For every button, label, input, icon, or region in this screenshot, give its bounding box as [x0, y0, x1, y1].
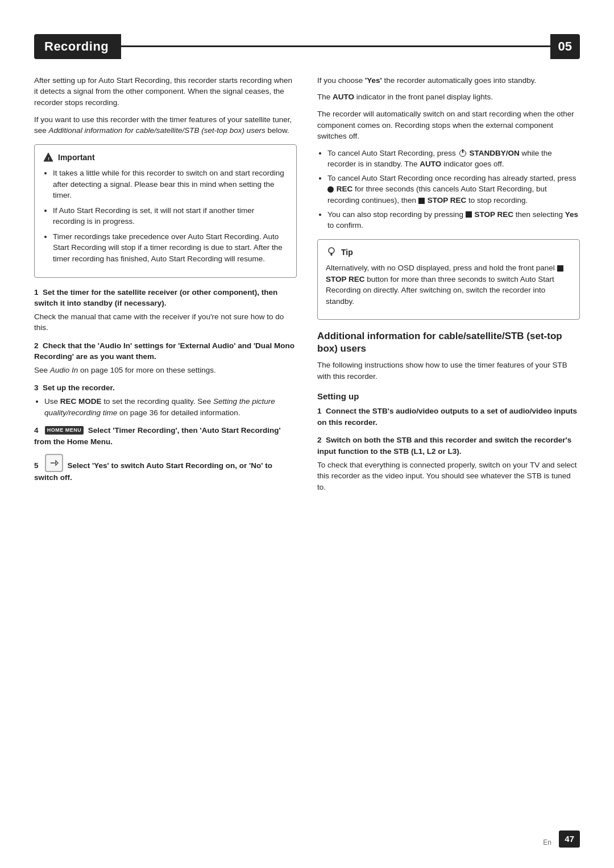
important-item-2: If Auto Start Recording is set, it will …	[53, 205, 288, 227]
step-4: 4 HOME MENU Select 'Timer Recording', th…	[34, 425, 297, 447]
stop-sym-tip	[557, 265, 563, 272]
step-2-body: See Audio In on page 105 for more on the…	[34, 365, 297, 376]
right-bullets: To cancel Auto Start Recording, press ST…	[317, 148, 580, 231]
section-heading: Additional information for cable/satelli…	[317, 330, 580, 355]
chapter-title: Recording	[34, 34, 121, 59]
intro-italic: Additional information for cable/satelli…	[49, 126, 265, 135]
page-header: Recording 05	[34, 34, 580, 59]
stop-sym-2	[418, 198, 425, 204]
tip-body: Alternatively, with no OSD displayed, pr…	[326, 262, 571, 307]
right-p2: The AUTO indicator in the front panel di…	[317, 91, 580, 103]
page-lang: En	[543, 838, 551, 848]
right-column: If you choose 'Yes' the recorder automat…	[317, 75, 580, 499]
right-bullet-2: To cancel Auto Start Recording once reco…	[327, 173, 580, 206]
setting-step-1: 1 Connect the STB's audio/video outputs …	[317, 406, 580, 428]
step-2: 2 Check that the 'Audio In' settings for…	[34, 340, 297, 376]
rec-sym	[327, 186, 334, 193]
step-1: 1 Set the timer for the satellite receiv…	[34, 287, 297, 333]
step-3-title: 3 Set up the recorder.	[34, 382, 297, 394]
content-area: After setting up for Auto Start Recordin…	[34, 75, 580, 499]
intro-p1: After setting up for Auto Start Recordin…	[34, 75, 297, 108]
svg-rect-3	[331, 253, 333, 256]
chapter-title-line	[121, 45, 550, 47]
step-3-bullet-1: Use REC MODE to set the recording qualit…	[44, 396, 297, 418]
setting-step-1-title: 1 Connect the STB's audio/video outputs …	[317, 406, 580, 428]
important-item-1: It takes a little while for this recorde…	[53, 168, 288, 201]
step-5-title: 5 Select 'Yes' to switch Auto Start Reco…	[34, 454, 297, 483]
warning-icon: !	[43, 152, 54, 163]
step-1-body: Check the manual that came with the rece…	[34, 311, 297, 333]
svg-text:!: !	[48, 156, 49, 161]
step-2-title: 2 Check that the 'Audio In' settings for…	[34, 340, 297, 362]
standby-sym	[459, 150, 466, 157]
tip-box: Tip Alternatively, with no OSD displayed…	[317, 239, 580, 320]
setting-step-2-body: To check that everything is connected pr…	[317, 460, 580, 493]
section-intro: The following instructions show how to u…	[317, 360, 580, 382]
step-5: 5 Select 'Yes' to switch Auto Start Reco…	[34, 454, 297, 483]
home-menu-badge: HOME MENU	[45, 426, 84, 435]
step-3: 3 Set up the recorder. Use REC MODE to s…	[34, 382, 297, 418]
setting-step-2: 2 Switch on both the STB and this record…	[317, 435, 580, 493]
enter-icon	[45, 454, 63, 472]
left-column: After setting up for Auto Start Recordin…	[34, 75, 297, 499]
important-item-3: Timer recordings take precedence over Au…	[53, 231, 288, 265]
right-bullet-1: To cancel Auto Start Recording, press ST…	[327, 148, 580, 170]
svg-point-2	[329, 248, 334, 253]
step-1-title: 1 Set the timer for the satellite receiv…	[34, 287, 297, 309]
stop-sym-3	[466, 211, 472, 218]
important-title: ! Important	[43, 152, 288, 163]
right-p3: The recorder will automatically switch o…	[317, 108, 580, 142]
important-box: ! Important It takes a little while for …	[34, 144, 297, 278]
right-bullet-3: You can also stop recording by pressing …	[327, 209, 580, 231]
intro-p2: If you want to use this recorder with th…	[34, 114, 297, 136]
right-p1: If you choose 'Yes' the recorder automat…	[317, 75, 580, 86]
step-4-title: 4 HOME MENU Select 'Timer Recording', th…	[34, 425, 297, 447]
tip-icon	[326, 247, 337, 258]
important-list: It takes a little while for this recorde…	[43, 168, 288, 265]
setting-up-heading: Setting up	[317, 390, 580, 403]
chapter-number: 05	[550, 34, 580, 59]
setting-step-2-title: 2 Switch on both the STB and this record…	[317, 435, 580, 457]
page: Recording 05 After setting up for Auto S…	[0, 0, 614, 868]
tip-title: Tip	[326, 247, 571, 258]
page-number: 47	[559, 831, 580, 848]
step-3-bullets: Use REC MODE to set the recording qualit…	[34, 396, 297, 418]
